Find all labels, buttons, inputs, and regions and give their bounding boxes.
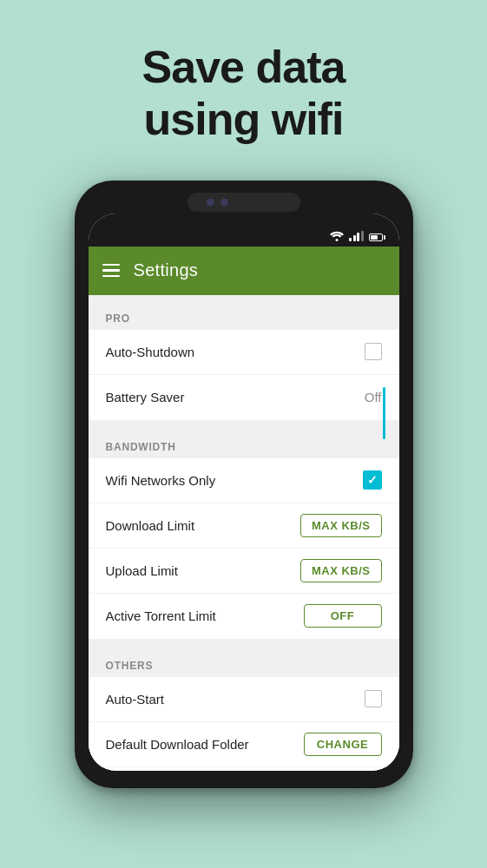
active-torrent-limit-button[interactable]: OFF: [304, 604, 382, 628]
download-limit-button[interactable]: MAX KB/S: [300, 514, 382, 537]
setting-row-upload-limit[interactable]: Upload Limit MAX KB/S: [89, 549, 399, 594]
upload-limit-button[interactable]: MAX KB/S: [300, 559, 382, 582]
signal-icon: [349, 231, 364, 241]
setting-row-active-torrent-limit[interactable]: Active Torrent Limit OFF: [89, 594, 399, 639]
download-limit-label: Download Limit: [106, 518, 195, 533]
active-torrent-limit-label: Active Torrent Limit: [106, 608, 216, 623]
status-bar: [89, 214, 399, 247]
section-header-bandwidth: BANDWIDTH: [89, 427, 399, 458]
section-header-others: OTHERS: [89, 646, 399, 677]
setting-row-wifi-networks-only[interactable]: Wifi Networks Only: [89, 458, 399, 503]
scroll-indicator: [383, 387, 385, 439]
battery-saver-label: Battery Saver: [106, 390, 185, 404]
svg-point-0: [336, 239, 339, 241]
wifi-icon: [330, 231, 344, 241]
settings-group-others: Auto-Start Default Download Folder CHANG…: [89, 677, 399, 771]
hero-title-line1: Save data: [142, 42, 346, 94]
default-download-folder-label: Default Download Folder: [106, 737, 249, 752]
battery-saver-value: Off: [365, 390, 382, 404]
setting-row-battery-saver[interactable]: Battery Saver Off: [89, 375, 399, 420]
settings-content: PRO Auto-Shutdown Battery Saver Off BAND…: [89, 295, 399, 771]
default-download-folder-button[interactable]: CHANGE: [304, 733, 382, 756]
wifi-networks-only-checkbox[interactable]: [363, 470, 382, 490]
setting-row-auto-start[interactable]: Auto-Start: [89, 677, 399, 722]
section-header-pro: PRO: [89, 299, 399, 330]
app-bar-title: Settings: [134, 260, 199, 280]
hero-section: Save data using wifi: [142, 42, 346, 146]
settings-group-pro: Auto-Shutdown Battery Saver Off: [89, 330, 399, 420]
wifi-networks-only-label: Wifi Networks Only: [106, 473, 216, 488]
camera-dot-left: [207, 198, 214, 206]
app-bar: Settings: [89, 247, 399, 295]
hamburger-menu-icon[interactable]: [102, 264, 120, 278]
hero-title-line2: using wifi: [142, 94, 346, 146]
camera-dot-right: [220, 198, 228, 206]
phone-shell: Settings PRO Auto-Shutdown Battery Saver…: [75, 181, 413, 788]
auto-shutdown-label: Auto-Shutdown: [106, 345, 195, 359]
settings-group-bandwidth: Wifi Networks Only Download Limit MAX KB…: [89, 458, 399, 639]
setting-row-download-limit[interactable]: Download Limit MAX KB/S: [89, 503, 399, 549]
auto-start-label: Auto-Start: [106, 692, 165, 707]
phone-mockup: Settings PRO Auto-Shutdown Battery Saver…: [75, 181, 413, 788]
setting-row-incoming-port[interactable]: Incoming Port 0: [89, 767, 399, 771]
auto-shutdown-checkbox[interactable]: [365, 343, 382, 360]
phone-screen: Settings PRO Auto-Shutdown Battery Saver…: [89, 214, 399, 771]
battery-icon: [369, 233, 385, 241]
camera-bar: [188, 193, 300, 212]
upload-limit-label: Upload Limit: [106, 563, 178, 578]
setting-row-default-download-folder[interactable]: Default Download Folder CHANGE: [89, 722, 399, 767]
auto-start-checkbox[interactable]: [365, 690, 382, 707]
setting-row-auto-shutdown[interactable]: Auto-Shutdown: [89, 330, 399, 375]
